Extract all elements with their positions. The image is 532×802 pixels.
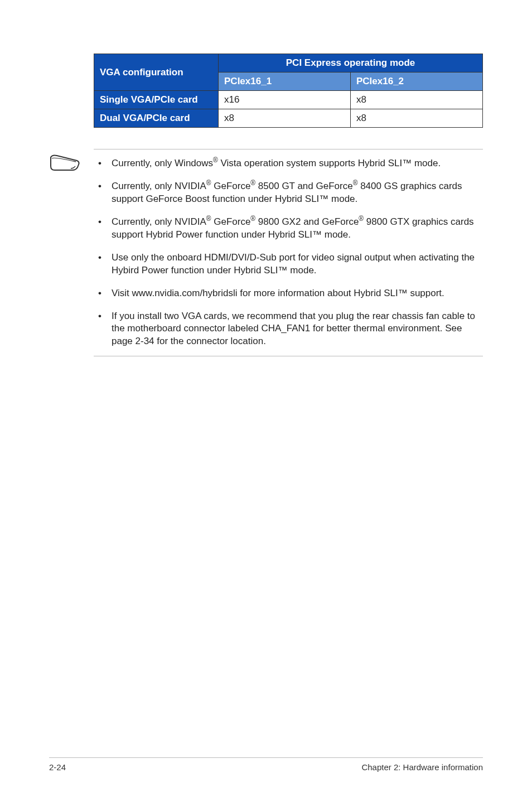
row-single-vga-c2: x8 (351, 91, 483, 109)
note-item-geforce-boost: Currently, only NVIDIA® GeForce® 8500 GT… (95, 180, 480, 216)
row-single-vga-label: Single VGA/PCIe card (94, 91, 219, 109)
header-pciex16-2: PCIex16_2 (351, 73, 483, 91)
header-vga-config: VGA configuration (94, 54, 219, 91)
note-icon (49, 153, 80, 173)
note-icon-column (49, 149, 94, 356)
table-row: Dual VGA/PCIe card x8 x8 (94, 109, 483, 128)
footer-chapter-title: Chapter 2: Hardware information (361, 762, 483, 772)
row-single-vga-c1: x16 (219, 91, 351, 109)
note-item-hdmi-dvi: Use only the onboard HDMI/DVI/D-Sub port… (95, 252, 480, 287)
note-list: Currently, only Windows® Vista operation… (94, 149, 483, 356)
row-dual-vga-label: Dual VGA/PCIe card (94, 109, 219, 128)
table-header-row-1: VGA configuration PCI Express operating … (94, 54, 483, 73)
row-dual-vga-c1: x8 (219, 109, 351, 128)
header-pci-mode: PCI Express operating mode (219, 54, 483, 73)
footer-page-number: 2-24 (49, 762, 66, 772)
table-row: Single VGA/PCIe card x16 x8 (94, 91, 483, 109)
row-dual-vga-c2: x8 (351, 109, 483, 128)
note-item-hybrid-power: Currently, only NVIDIA® GeForce® 9800 GX… (95, 216, 480, 252)
vga-config-table: VGA configuration PCI Express operating … (94, 54, 483, 128)
header-pciex16-1: PCIex16_1 (219, 73, 351, 91)
note-item-vista: Currently, only Windows® Vista operation… (95, 157, 480, 180)
note-block: Currently, only Windows® Vista operation… (49, 149, 483, 356)
page-footer: 2-24 Chapter 2: Hardware information (49, 757, 483, 772)
note-item-cha-fan1: If you install two VGA cards, we recomme… (95, 310, 480, 349)
note-item-nvidia-url: Visit www.nvidia.com/hybridsli for more … (95, 287, 480, 310)
